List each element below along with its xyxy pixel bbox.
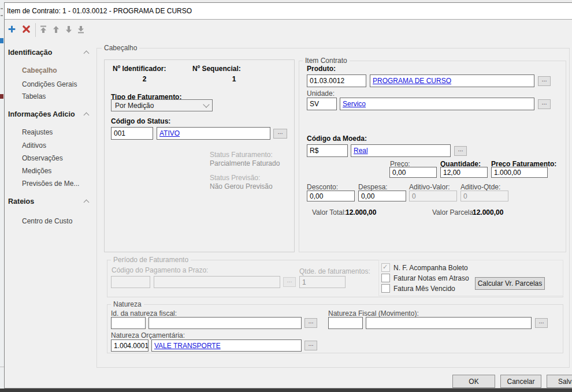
- sidebar-item-aditivos[interactable]: Aditivos: [22, 141, 46, 150]
- periodo-faturamento-group-label: Período de Faturamento: [111, 256, 191, 264]
- sequencial-label: Nº Sequencial:: [192, 65, 241, 73]
- sidebar-item-centro-de-custo[interactable]: Centro de Custo: [22, 217, 72, 225]
- natureza-fiscal-mov-lookup-button[interactable]: ...: [535, 318, 548, 328]
- background-fragment: [1, 15, 3, 16]
- aditivo-qtde-label: Aditivo-Qtde:: [460, 183, 500, 191]
- sidebar-item-condicoes-gerais[interactable]: Condições Gerais: [22, 80, 77, 88]
- id-natureza-fiscal-lookup-button[interactable]: ...: [304, 318, 317, 328]
- unidade-link[interactable]: Servico: [343, 100, 366, 108]
- preco-faturamento-input[interactable]: 1.000,00: [491, 167, 548, 178]
- checkbox-row[interactable]: N. F. Acompanha Boleto: [381, 263, 468, 272]
- id-natureza-fiscal-desc-input[interactable]: [148, 317, 302, 329]
- move-down-icon: [64, 25, 73, 36]
- move-up-icon: [51, 25, 61, 36]
- status-faturamento-value: Parcialmente Faturado: [210, 159, 280, 167]
- save-button[interactable]: Salvar: [547, 375, 572, 388]
- screen: Item de Contrato: 1 - 01.03.0012 - PROGR…: [0, 0, 572, 392]
- sidebar-item-previsoes[interactable]: Previsões de Me...: [22, 180, 79, 188]
- sidebar-section-rateios[interactable]: Rateios: [8, 197, 34, 206]
- id-natureza-fiscal-label: Id. da natureza fiscal:: [111, 309, 177, 318]
- unidade-label: Unidade:: [307, 89, 335, 98]
- codigo-status-link[interactable]: ATIVO: [159, 129, 180, 137]
- checkbox-label: N. F. Acompanha Boleto: [393, 264, 468, 272]
- moeda-desc-box: Real: [351, 144, 451, 157]
- move-down-button[interactable]: [64, 25, 74, 35]
- unidade-lookup-button[interactable]: ...: [538, 99, 551, 109]
- natureza-orcamentaria-link[interactable]: VALE TRANSPORTE: [154, 342, 221, 350]
- codigo-status-desc-box: ATIVO: [157, 127, 270, 140]
- natureza-fiscal-mov-desc-input[interactable]: [366, 317, 532, 329]
- fatura-mes-vencido-checkbox[interactable]: [381, 284, 390, 293]
- preco-input[interactable]: 0,00: [389, 167, 437, 178]
- sidebar-item-reajustes[interactable]: Reajustes: [22, 128, 53, 136]
- natureza-fiscal-mov-label: Natureza Fiscal (Movimento):: [328, 309, 419, 318]
- qtde-faturamentos-input: 1: [299, 276, 346, 288]
- natureza-fiscal-mov-code-input[interactable]: [328, 317, 363, 329]
- produto-desc-box: PROGRAMA DE CURSO: [370, 74, 534, 87]
- checkbox-label: Faturar Notas em Atraso: [393, 274, 469, 282]
- despesa-input[interactable]: 0,00: [358, 191, 406, 201]
- add-icon: [8, 25, 16, 35]
- move-first-button[interactable]: [38, 25, 49, 35]
- unidade-code-input[interactable]: SV: [307, 98, 337, 110]
- sidebar-section-informacoes-adicionais[interactable]: Informações Adicio: [8, 110, 75, 118]
- item-contrato-group-label: Item Contrato: [303, 57, 350, 65]
- moeda-code-input[interactable]: R$: [307, 144, 348, 157]
- moeda-link[interactable]: Real: [354, 147, 368, 155]
- checkbox-row[interactable]: Fatura Mês Vencido: [381, 284, 455, 293]
- status-previsao-value: Não Gerou Previsão: [210, 182, 273, 191]
- codigo-status-code-input[interactable]: 001: [111, 127, 153, 140]
- identificador-label: Nº Identificador:: [113, 65, 166, 73]
- produto-lookup-button[interactable]: ...: [538, 76, 551, 86]
- status-faturamento-label: Status Faturamento:: [210, 151, 273, 159]
- background-fragment: [1, 8, 3, 9]
- produto-code-input[interactable]: 01.03.0012: [307, 74, 366, 87]
- tipo-faturamento-value: Por Medição: [115, 102, 154, 110]
- qtde-faturamentos-label: Qtde. de faturamentos:: [299, 267, 370, 275]
- ok-button[interactable]: OK: [452, 375, 495, 388]
- produto-link[interactable]: PROGRAMA DE CURSO: [373, 77, 451, 85]
- checkbox-row[interactable]: Faturar Notas em Atraso: [381, 274, 469, 282]
- toolbar-separator: [35, 23, 36, 37]
- id-natureza-fiscal-code-input[interactable]: [111, 317, 146, 329]
- status-previsao-label: Status Previsão:: [210, 174, 260, 182]
- pagamento-prazo-code-input: [111, 276, 150, 288]
- aditivo-valor-label: Aditivo-Valor:: [409, 183, 450, 191]
- add-button[interactable]: [6, 25, 17, 35]
- background-fragment: [0, 367, 4, 367]
- pagamento-prazo-lookup-button: ...: [283, 277, 296, 287]
- move-last-button[interactable]: [76, 25, 86, 35]
- natureza-orcamentaria-label: Natureza Orçamentária:: [111, 331, 185, 339]
- quantidade-input[interactable]: 12,00: [440, 167, 488, 178]
- tipo-faturamento-dropdown[interactable]: Por Medição: [111, 99, 213, 111]
- sidebar-item-observacoes[interactable]: Observações: [22, 154, 63, 162]
- sequencial-value: 1: [202, 75, 266, 83]
- natureza-orcamentaria-lookup-button[interactable]: ...: [304, 341, 317, 350]
- dialog-title: Item de Contrato: 1 - 01.03.0012 - PROGR…: [7, 7, 192, 15]
- sidebar-item-tabelas[interactable]: Tabelas: [22, 92, 46, 100]
- delete-button[interactable]: [21, 25, 31, 35]
- move-up-button[interactable]: [51, 25, 61, 35]
- cabecalho-group-label: Cabeçalho: [102, 44, 139, 52]
- moeda-lookup-button[interactable]: ...: [454, 146, 467, 156]
- cancel-button[interactable]: Cancelar: [500, 375, 541, 388]
- valor-total-label: Valor Total:: [312, 208, 346, 216]
- move-last-icon: [76, 25, 86, 36]
- delete-icon: [22, 25, 31, 35]
- background-window-sliver: [0, 0, 4, 392]
- identificador-value: 2: [113, 75, 176, 83]
- despesa-label: Despesa:: [358, 183, 388, 191]
- nf-acompanha-boleto-checkbox[interactable]: [381, 263, 390, 272]
- sidebar-item-medicoes[interactable]: Medições: [22, 167, 51, 175]
- desconto-label: Desconto:: [307, 183, 338, 191]
- natureza-orcamentaria-code-input[interactable]: 1.004.0001: [111, 339, 148, 352]
- calcular-parcelas-button[interactable]: Calcular Vr. Parcelas: [475, 277, 545, 290]
- faturar-notas-atraso-checkbox[interactable]: [381, 274, 390, 282]
- sidebar-section-identificacao[interactable]: Identificação: [8, 48, 52, 57]
- checkbox-label: Fatura Mês Vencido: [393, 285, 455, 293]
- desconto-input[interactable]: 0,00: [307, 191, 355, 201]
- sidebar-item-cabecalho[interactable]: Cabeçalho: [22, 66, 57, 74]
- moeda-label: Código da Moeda:: [307, 135, 367, 143]
- codigo-status-lookup-button[interactable]: ...: [273, 129, 287, 139]
- background-fragment: [0, 38, 3, 43]
